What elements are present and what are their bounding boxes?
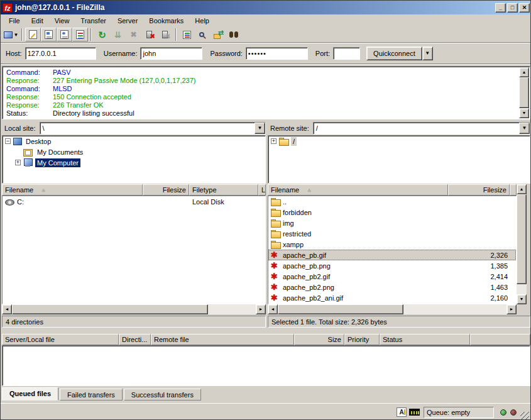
directory-comparison-button[interactable]: [226, 28, 242, 41]
scroll-up-icon[interactable]: ▲: [519, 67, 529, 77]
remote-file-row[interactable]: restricted: [268, 228, 516, 239]
tree-item-label[interactable]: /: [291, 137, 297, 146]
menu-help[interactable]: Help: [189, 15, 215, 26]
remote-list-scrollbar-thumb[interactable]: [517, 194, 527, 284]
scroll-right-icon[interactable]: ►: [506, 304, 517, 314]
toggle-transfer-queue-button[interactable]: [72, 28, 88, 41]
menu-file[interactable]: File: [3, 15, 26, 26]
port-input[interactable]: [333, 47, 360, 60]
minimize-button[interactable]: _: [495, 3, 506, 13]
combo-dropdown-icon[interactable]: ▼: [519, 123, 530, 134]
column-filesize[interactable]: Filesize: [143, 184, 189, 196]
log-line: Response:226 Transfer OK: [6, 101, 519, 109]
remote-file-row[interactable]: xampp: [268, 239, 516, 250]
tree-item-my-computer[interactable]: + My Computer: [3, 157, 265, 168]
log-scrollbar-thumb[interactable]: [519, 77, 529, 108]
column-filename[interactable]: Filename▲: [268, 184, 448, 196]
tab-failed-transfers[interactable]: Failed transfers: [60, 389, 123, 401]
remote-hscrollbar-thumb[interactable]: [278, 304, 403, 314]
menu-bookmarks[interactable]: Bookmarks: [143, 15, 189, 26]
host-input[interactable]: [25, 47, 96, 60]
remote-site-combobox[interactable]: / ▼: [313, 122, 530, 135]
combo-dropdown-icon[interactable]: ▼: [255, 123, 265, 134]
close-button[interactable]: ✕: [519, 3, 530, 13]
tree-item-label[interactable]: My Documents: [35, 148, 85, 157]
process-queue-button[interactable]: ⇊: [110, 28, 126, 41]
resize-grip[interactable]: [520, 412, 529, 420]
username-input[interactable]: [140, 47, 202, 60]
title-bar[interactable]: fz john@127.0.0.1 - FileZilla _ □ ✕: [1, 1, 531, 14]
log-line: Command:PASV: [6, 69, 519, 77]
menu-view[interactable]: View: [49, 15, 75, 26]
remote-file-row-selected[interactable]: ✱apache_pb.gif2,326: [268, 250, 516, 260]
column-direction[interactable]: Directi...: [119, 334, 151, 345]
tab-successful-transfers[interactable]: Successful transfers: [124, 389, 201, 401]
menu-transfer[interactable]: Transfer: [75, 15, 112, 26]
remote-file-row[interactable]: img: [268, 218, 516, 228]
disconnect-button[interactable]: ✖: [141, 28, 157, 41]
column-status[interactable]: Status: [380, 334, 470, 345]
expand-icon[interactable]: +: [271, 138, 276, 144]
reconnect-button[interactable]: ↯: [157, 28, 173, 41]
quickconnect-dropdown-button[interactable]: ▼: [422, 47, 433, 60]
toggle-local-tree-button[interactable]: [41, 28, 57, 41]
site-manager-button[interactable]: ▼: [3, 28, 19, 41]
column-size[interactable]: Size: [294, 334, 344, 345]
local-hscrollbar-thumb[interactable]: [12, 304, 208, 314]
scroll-down-icon[interactable]: ▼: [517, 294, 527, 304]
log-line-type: Response:: [6, 93, 53, 101]
refresh-button[interactable]: ↻: [94, 28, 110, 41]
log-scrollbar[interactable]: ▲ ▼: [519, 67, 529, 118]
column-remote-file[interactable]: Remote file: [151, 334, 294, 345]
toolbar-separator: [175, 28, 177, 41]
column-priority[interactable]: Priority: [344, 334, 380, 345]
maximize-button[interactable]: □: [507, 3, 518, 13]
menu-edit[interactable]: Edit: [26, 15, 49, 26]
remote-file-row[interactable]: ✱apache_pb2.gif2,414: [268, 271, 516, 282]
local-site-combobox[interactable]: \ ▼: [40, 122, 266, 135]
remote-list-scrollbar[interactable]: ▲ ▼: [517, 184, 527, 304]
scroll-left-icon[interactable]: ◄: [268, 304, 278, 314]
column-filesize[interactable]: Filesize: [448, 184, 510, 196]
directory-listing-filters-button[interactable]: [179, 28, 195, 41]
tree-item-my-documents[interactable]: My Documents: [3, 146, 265, 157]
toggle-remote-tree-button[interactable]: [57, 28, 72, 41]
remote-site-path[interactable]: /: [314, 123, 519, 134]
remote-file-row[interactable]: ✱apache_pb.png1,385: [268, 260, 516, 271]
folder-icon: [271, 197, 281, 206]
file-search-button[interactable]: [195, 28, 211, 41]
scroll-down-icon[interactable]: ▼: [519, 108, 529, 118]
remote-list-hscrollbar[interactable]: ◄ ►: [268, 304, 517, 314]
quickconnect-button[interactable]: Quickconnect: [366, 47, 422, 60]
scroll-up-icon[interactable]: ▲: [517, 184, 527, 194]
collapse-icon[interactable]: −: [5, 138, 11, 144]
local-site-path[interactable]: \: [40, 123, 255, 134]
column-filename[interactable]: Filename▲: [2, 184, 143, 196]
scroll-right-icon[interactable]: ►: [256, 304, 266, 314]
local-list-hscrollbar[interactable]: ◄ ►: [2, 304, 266, 314]
cancel-operation-button[interactable]: ✖: [126, 28, 141, 41]
scroll-left-icon[interactable]: ◄: [2, 304, 12, 314]
toggle-message-log-button[interactable]: [25, 28, 41, 41]
tree-item-desktop[interactable]: − Desktop: [3, 136, 265, 146]
remote-file-row[interactable]: forbidden: [268, 207, 516, 218]
password-input[interactable]: [246, 47, 308, 60]
tree-item-label[interactable]: Desktop: [24, 137, 53, 146]
tree-item-root[interactable]: + /: [268, 136, 530, 146]
expand-icon[interactable]: +: [15, 160, 21, 165]
column-filetype[interactable]: Filetype: [189, 184, 258, 196]
local-file-row[interactable]: C: Local Disk: [3, 196, 265, 207]
remote-file-row[interactable]: ✱apache_pb2.png1,463: [268, 282, 516, 292]
column-server-local-file[interactable]: Server/Local file: [2, 334, 119, 345]
synchronized-browsing-button[interactable]: ⇄: [211, 28, 226, 41]
remote-file-row[interactable]: ✱apache_pb2_ani.gif2,160: [268, 292, 516, 303]
log-line: Response:150 Connection accepted: [6, 93, 519, 101]
tree-item-label[interactable]: My Computer: [35, 158, 80, 167]
column-last-modified[interactable]: L: [258, 184, 266, 196]
local-site-bar: Local site: \ ▼: [2, 122, 266, 135]
site-manager-dropdown-arrow-icon[interactable]: ▼: [14, 32, 19, 38]
remote-file-row[interactable]: ..: [268, 196, 516, 207]
transfer-queue-list[interactable]: [2, 345, 530, 386]
tab-queued-files[interactable]: Queued files: [2, 387, 58, 401]
menu-server[interactable]: Server: [112, 15, 143, 26]
